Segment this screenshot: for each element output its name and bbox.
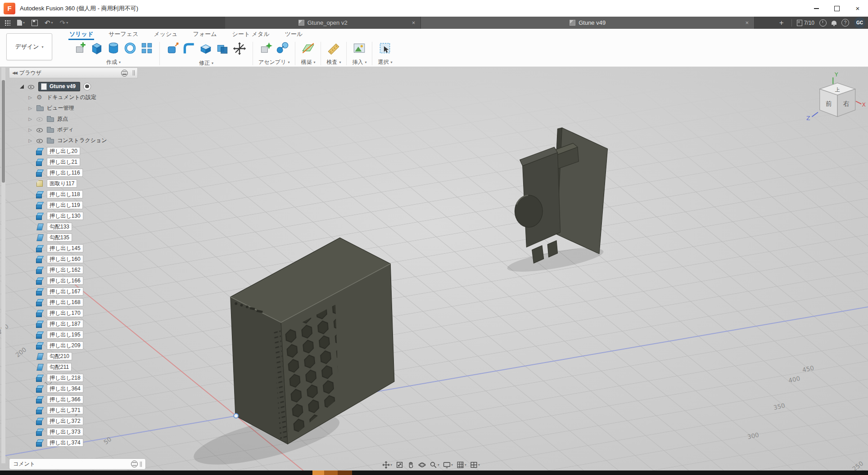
shell-icon[interactable] <box>199 41 213 58</box>
visibility-eye-icon[interactable] <box>27 83 35 90</box>
expand-arrow-icon[interactable] <box>27 95 33 100</box>
expand-arrow-icon[interactable] <box>27 106 33 111</box>
combine-icon[interactable] <box>215 41 230 58</box>
modify-menu-button[interactable]: 修正▾ <box>199 59 213 67</box>
browser-tree-item[interactable]: 押し出し167 <box>9 286 138 297</box>
pattern-icon[interactable] <box>140 41 154 57</box>
notifications-icon[interactable] <box>832 21 836 25</box>
browser-tree-item[interactable]: 押し出し160 <box>9 254 138 264</box>
browser-tree-item[interactable]: 押し出し218 <box>9 372 138 383</box>
browser-tree-item[interactable]: 押し出し364 <box>9 383 138 394</box>
sweep-icon[interactable] <box>123 41 137 57</box>
browser-tree-item[interactable]: 押し出し166 <box>9 275 138 286</box>
scrollbar-thumb[interactable] <box>2 80 5 183</box>
fillet-icon[interactable] <box>182 41 196 58</box>
maximize-button[interactable] <box>827 0 847 17</box>
browser-tree-item[interactable]: 押し出し20 <box>9 146 138 157</box>
ribbon-tab[interactable]: メッシュ <box>153 29 178 40</box>
browser-panel-header[interactable]: ◀◀ ブラウザ <box>9 67 138 78</box>
construct-menu-button[interactable]: 構築▾ <box>301 58 315 66</box>
browser-tree-item[interactable]: 押し出し116 <box>9 167 138 178</box>
timeline-strip[interactable] <box>0 471 868 475</box>
move-icon[interactable] <box>232 41 247 58</box>
press-pull-icon[interactable] <box>165 41 180 58</box>
browser-tree-item[interactable]: ボディ <box>9 124 138 135</box>
file-menu-button[interactable]: ▾ <box>17 20 25 26</box>
browser-tree-item[interactable]: 面取り117 <box>9 178 138 189</box>
comment-bar[interactable]: コメント <box>9 458 146 470</box>
browser-tree-item[interactable]: 原点 <box>9 113 138 124</box>
hand-pan-button[interactable] <box>407 461 415 469</box>
construction-plane-icon[interactable] <box>301 41 315 57</box>
expand-arrow-icon[interactable] <box>27 117 33 121</box>
user-avatar[interactable]: GC <box>854 17 865 28</box>
revolve-icon[interactable] <box>106 41 121 57</box>
browser-scrollbar[interactable] <box>1 67 5 463</box>
ribbon-tab[interactable]: ツール <box>284 29 304 40</box>
extrude-icon[interactable] <box>90 41 104 57</box>
root-component-pill[interactable]: Gtune v49 <box>38 82 80 91</box>
browser-tree-item[interactable]: 押し出し162 <box>9 264 138 275</box>
browser-tree-item[interactable]: 押し出し373 <box>9 426 138 437</box>
document-tab-active[interactable]: Gtune v49 × <box>421 17 755 29</box>
help-icon[interactable]: ? <box>841 19 849 27</box>
comment-drag-handle[interactable] <box>140 462 142 467</box>
measure-icon[interactable] <box>326 41 341 57</box>
activate-component-radio[interactable] <box>83 83 91 90</box>
tab-close-icon[interactable]: × <box>745 19 749 26</box>
tab-close-icon[interactable]: × <box>412 19 416 26</box>
browser-tree-item[interactable]: 押し出し209 <box>9 340 138 351</box>
browser-tree-item[interactable]: 勾配135 <box>9 232 138 243</box>
visibility-eye-icon[interactable] <box>36 126 44 133</box>
document-tab[interactable]: Gtune_open v2 × <box>225 17 421 29</box>
browser-tree-item[interactable]: 押し出し195 <box>9 329 138 340</box>
browser-tree-item[interactable]: 押し出し366 <box>9 394 138 405</box>
fit-view-button[interactable] <box>396 461 403 469</box>
ribbon-tab[interactable]: シート メタル <box>231 29 271 40</box>
new-document-button[interactable]: + <box>777 18 787 27</box>
visibility-eye-icon[interactable] <box>36 115 44 122</box>
viewports-button[interactable]: ▾ <box>470 461 480 469</box>
browser-tree-item[interactable]: 押し出し145 <box>9 243 138 254</box>
browser-tree-item[interactable]: 押し出し118 <box>9 189 138 200</box>
ribbon-tab[interactable]: サーフェス <box>108 29 139 40</box>
timeline-feature-segment[interactable] <box>324 471 338 475</box>
sync-status-icon[interactable] <box>819 19 827 27</box>
inspect-menu-button[interactable]: 検査▾ <box>326 58 341 66</box>
select-icon[interactable] <box>378 41 392 57</box>
job-status-button[interactable]: 7/10 <box>797 20 814 26</box>
grid-snap-button[interactable]: ▾ <box>457 461 466 469</box>
new-component-icon[interactable] <box>258 41 273 57</box>
browser-tree-item[interactable]: 押し出し130 <box>9 211 138 221</box>
timeline-feature-segment[interactable] <box>312 471 324 475</box>
browser-tree-item[interactable]: 勾配211 <box>9 362 138 372</box>
create-menu-button[interactable]: 作成▾ <box>106 58 121 66</box>
expand-arrow-icon[interactable] <box>27 138 33 143</box>
browser-tree-item[interactable]: 押し出し372 <box>9 416 138 426</box>
workspace-selector-button[interactable]: デザイン▾ <box>6 33 52 60</box>
browser-tree-item[interactable]: 押し出し374 <box>9 437 138 448</box>
insert-menu-button[interactable]: 挿入▾ <box>352 58 366 66</box>
save-button[interactable] <box>32 20 38 26</box>
insert-image-icon[interactable] <box>352 41 366 57</box>
ribbon-tab[interactable]: ソリッド <box>68 29 94 40</box>
browser-tree-item[interactable]: 勾配210 <box>9 351 138 362</box>
timeline-feature-segment[interactable] <box>338 471 352 475</box>
browser-tree-item[interactable]: 押し出し170 <box>9 308 138 318</box>
app-launcher-icon[interactable] <box>5 20 10 26</box>
browser-tree-item[interactable]: 押し出し168 <box>9 297 138 308</box>
close-button[interactable]: × <box>847 0 868 17</box>
collapse-panel-icon[interactable]: ◀◀ <box>12 71 17 75</box>
orbit-button[interactable] <box>418 461 426 469</box>
browser-tree-item[interactable]: 勾配133 <box>9 221 138 232</box>
panel-drag-handle[interactable] <box>133 70 135 76</box>
panel-menu-icon[interactable] <box>121 70 128 76</box>
expand-caret-icon[interactable] <box>20 85 24 89</box>
browser-tree-item[interactable]: 押し出し187 <box>9 318 138 329</box>
comment-menu-icon[interactable] <box>131 461 138 467</box>
browser-tree-item[interactable]: ドキュメントの設定 <box>9 92 138 103</box>
visibility-eye-icon[interactable] <box>36 137 44 144</box>
undo-button[interactable]: ↶▾ <box>45 19 53 26</box>
browser-tree-item[interactable]: コンストラクション <box>9 135 138 146</box>
pan-button[interactable]: ▾ <box>382 461 392 469</box>
